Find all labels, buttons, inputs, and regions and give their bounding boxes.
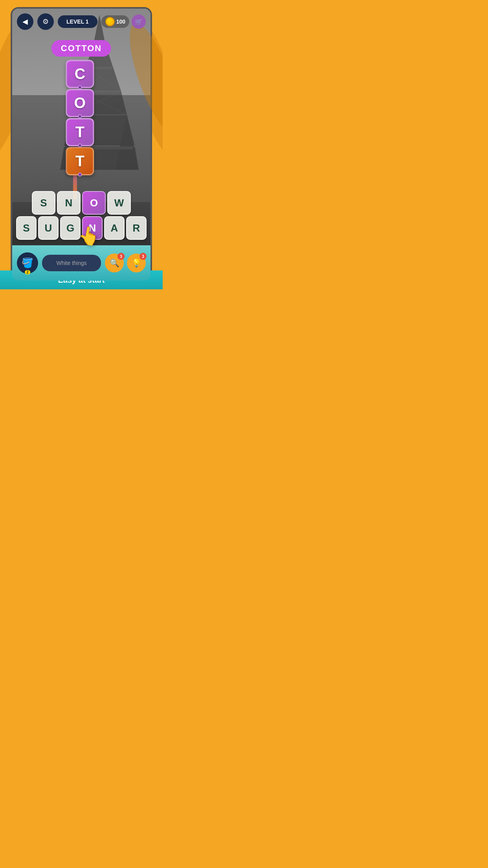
settings-button[interactable]: ⚙ [37,13,54,30]
grid-tile-u[interactable]: U [38,216,59,240]
bucket-badge: 2 [25,270,30,274]
bottom-bar: 🪣 2 White things 🔍 3 💡 3 [12,245,150,281]
coins-area: 100 🛒 [101,15,146,29]
game-container: ◀ ⚙ LEVEL 1 100 🛒 COTTON [11,7,152,282]
back-icon: ◀ [22,17,28,26]
level-badge: LEVEL 1 [58,15,97,28]
grid-tile-n1[interactable]: N [57,191,81,215]
top-bar: ◀ ⚙ LEVEL 1 100 🛒 [17,13,146,30]
coin-icon [105,17,115,26]
letter-tile-o1: O [66,89,94,117]
helper1-badge: 3 [117,253,125,260]
bucket-icon: 🪣 [22,257,33,268]
word-bubble: COTTON [51,40,111,57]
cart-button[interactable]: 🛒 [132,15,146,29]
hand-icon: 👆 [77,224,101,248]
letter-tile-t2: T [66,147,94,175]
bulb-hint-button[interactable]: 💡 3 [127,254,146,272]
grid-tile-r[interactable]: R [126,216,147,240]
helper2-badge: 3 [139,253,147,260]
grid-tile-s1[interactable]: S [32,191,55,215]
cart-icon: 🛒 [135,18,143,26]
grid-tile-s2[interactable]: S [16,216,37,240]
finger-pointer: 👆 [78,226,100,246]
level-label: LEVEL 1 [66,18,89,25]
search-hint-button[interactable]: 🔍 3 [105,254,124,272]
letter-column: C O T T [66,60,94,175]
settings-icon: ⚙ [42,17,49,26]
hint-button[interactable]: White things [42,255,101,271]
coin-count: 100 [116,18,125,25]
letter-tile-c: C [66,60,94,88]
grid-tile-a[interactable]: A [104,216,125,240]
grid-tile-o[interactable]: O [82,191,106,215]
hint-text: White things [56,260,86,266]
bucket-button[interactable]: 🪣 2 [17,252,38,274]
helper-buttons: 🔍 3 💡 3 [105,254,146,272]
bulb-icon: 💡 [132,258,141,268]
tile-dot-t2 [78,173,82,177]
back-button[interactable]: ◀ [17,13,33,30]
word-bubble-text: COTTON [61,43,102,53]
search-icon: 🔍 [110,258,119,268]
coin-display: 100 [101,15,129,28]
grid-row-1: S N O W [16,191,147,215]
grid-tile-w[interactable]: W [107,191,131,215]
letter-tile-t1: T [66,118,94,146]
